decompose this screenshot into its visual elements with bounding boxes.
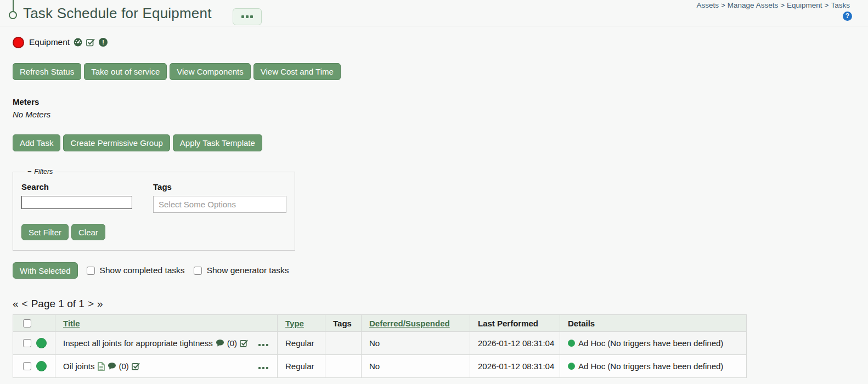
- show-completed-label[interactable]: Show completed tasks: [100, 266, 185, 275]
- row-select-checkbox[interactable]: [23, 362, 31, 370]
- task-title[interactable]: Oil joints: [63, 362, 95, 371]
- asset-name: Equipment: [29, 37, 70, 47]
- row-select-checkbox[interactable]: [23, 339, 31, 347]
- header-details: Details: [560, 315, 747, 332]
- search-label: Search: [21, 182, 132, 191]
- asset-status-line: Equipment !: [13, 36, 868, 49]
- breadcrumb-separator: >: [780, 1, 785, 9]
- add-task-button[interactable]: Add Task: [13, 134, 60, 151]
- header-tags: Tags: [325, 315, 362, 332]
- show-completed-checkbox[interactable]: [87, 267, 95, 275]
- tags-field-group: Tags: [153, 182, 286, 213]
- gauge-icon[interactable]: [73, 38, 83, 47]
- comments-icon[interactable]: [216, 339, 224, 347]
- search-input[interactable]: [21, 196, 132, 209]
- select-all-checkbox[interactable]: [23, 319, 31, 327]
- title-actions-menu-button[interactable]: [233, 8, 262, 25]
- view-cost-and-time-button[interactable]: View Cost and Time: [253, 63, 341, 80]
- trigger-status-green-icon: [568, 363, 575, 370]
- document-icon[interactable]: [98, 362, 105, 371]
- tree-node-circle-icon: [9, 11, 17, 19]
- breadcrumb-assets[interactable]: Assets: [696, 1, 719, 9]
- pagination-next-icon[interactable]: >: [88, 298, 94, 310]
- breadcrumb-tasks[interactable]: Tasks: [831, 1, 850, 9]
- help-icon[interactable]: ?: [843, 12, 852, 21]
- tasks-table: Title Type Tags Deferred/Suspended Last …: [13, 314, 747, 378]
- task-deferred: No: [362, 332, 470, 355]
- header-last-performed: Last Performed: [470, 315, 560, 332]
- comment-count: (0): [227, 338, 237, 348]
- tags-label: Tags: [153, 182, 286, 191]
- view-components-button[interactable]: View Components: [170, 63, 250, 80]
- comment-count: (0): [119, 362, 129, 371]
- filters-fieldset: − Filters Search Tags Set Filter Clear: [13, 168, 295, 251]
- check-square-icon[interactable]: [86, 38, 95, 47]
- tags-select-input[interactable]: [153, 196, 286, 213]
- row-actions-menu-button[interactable]: [257, 337, 269, 349]
- filters-legend-label: Filters: [34, 168, 53, 176]
- search-field-group: Search: [21, 182, 132, 213]
- asset-status-red-icon: [13, 37, 24, 48]
- comments-icon[interactable]: [108, 362, 116, 370]
- sort-deferred-link[interactable]: Deferred/Suspended: [369, 319, 450, 328]
- sort-type-link[interactable]: Type: [285, 319, 304, 328]
- refresh-status-button[interactable]: Refresh Status: [13, 63, 81, 80]
- task-type: Regular: [278, 355, 325, 378]
- task-details: Ad Hoc (No triggers have been defined): [578, 362, 723, 371]
- pagination: « < Page 1 of 1 > »: [13, 298, 868, 310]
- bulk-actions-row: With Selected Show completed tasks Show …: [13, 262, 868, 279]
- table-row: Oil joints (0): [13, 355, 747, 378]
- task-status-green-icon: [36, 338, 47, 348]
- breadcrumb-manage-assets[interactable]: Manage Assets: [728, 1, 778, 9]
- trigger-status-green-icon: [568, 340, 575, 347]
- ellipsis-icon: [258, 367, 268, 369]
- task-deferred: No: [362, 355, 470, 378]
- task-last-performed: 2026-01-12 08:31:04: [470, 332, 560, 355]
- task-title[interactable]: Inspect all joints for appropriate tight…: [63, 338, 213, 348]
- ellipsis-icon: [258, 344, 268, 346]
- meters-heading: Meters: [13, 97, 868, 106]
- complete-task-check-icon[interactable]: [240, 339, 249, 347]
- create-permissive-group-button[interactable]: Create Permissive Group: [63, 134, 170, 151]
- task-last-performed: 2026-01-12 08:31:04: [470, 355, 560, 378]
- collapse-icon[interactable]: −: [27, 168, 31, 176]
- pagination-label: Page 1 of 1: [31, 298, 84, 310]
- tree-connector-line: [13, 0, 14, 12]
- alert-circle-icon[interactable]: !: [99, 38, 108, 47]
- asset-actions-toolbar: Refresh Status Take out of service View …: [13, 63, 868, 80]
- breadcrumb: Assets>Manage Assets>Equipment>Tasks: [696, 1, 850, 9]
- pagination-prev-icon[interactable]: <: [22, 298, 28, 310]
- task-status-green-icon: [36, 361, 47, 371]
- show-generator-checkbox[interactable]: [194, 267, 202, 275]
- meters-section: Meters No Meters: [13, 97, 868, 119]
- task-type: Regular: [278, 332, 325, 355]
- clear-filter-button[interactable]: Clear: [71, 224, 105, 240]
- with-selected-button[interactable]: With Selected: [13, 262, 78, 279]
- pagination-first-icon[interactable]: «: [13, 298, 19, 310]
- breadcrumb-separator: >: [721, 1, 725, 9]
- filters-legend: − Filters: [25, 168, 55, 176]
- table-header-row: Title Type Tags Deferred/Suspended Last …: [13, 315, 747, 332]
- pagination-last-icon[interactable]: »: [97, 298, 103, 310]
- set-filter-button[interactable]: Set Filter: [21, 224, 69, 240]
- breadcrumb-separator: >: [825, 1, 829, 9]
- complete-task-check-icon[interactable]: [132, 362, 140, 370]
- row-actions-menu-button[interactable]: [257, 360, 269, 372]
- meters-empty-text: No Meters: [13, 110, 868, 119]
- apply-task-template-button[interactable]: Apply Task Template: [173, 134, 262, 151]
- task-actions-toolbar: Add Task Create Permissive Group Apply T…: [13, 134, 868, 151]
- show-generator-label[interactable]: Show generator tasks: [207, 266, 289, 275]
- page-title: Task Schedule for Equipment: [23, 5, 212, 22]
- task-tags: [325, 332, 362, 355]
- task-tags: [325, 355, 362, 378]
- sort-title-link[interactable]: Title: [63, 319, 80, 328]
- task-details: Ad Hoc (No triggers have been defined): [578, 338, 723, 348]
- page-header: Task Schedule for Equipment Assets>Manag…: [0, 0, 868, 26]
- table-row: Inspect all joints for appropriate tight…: [13, 332, 747, 355]
- take-out-of-service-button[interactable]: Take out of service: [84, 63, 167, 80]
- ellipsis-icon: [241, 15, 253, 18]
- breadcrumb-equipment[interactable]: Equipment: [787, 1, 822, 9]
